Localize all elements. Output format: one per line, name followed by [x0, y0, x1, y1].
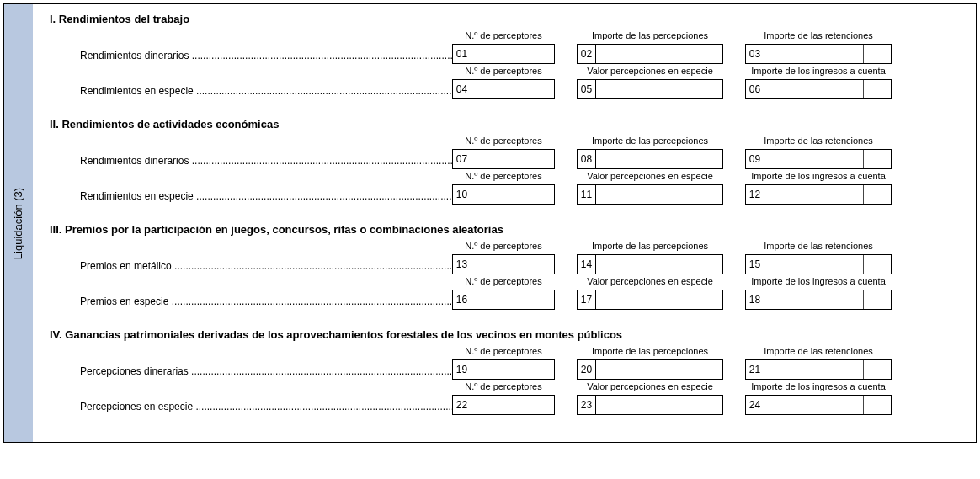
field-box-13[interactable]: 13 — [452, 254, 555, 274]
field-group: N.º de perceptores07 — [452, 136, 555, 169]
field-header: Importe de las retenciones — [764, 136, 873, 147]
field-input[interactable] — [596, 80, 722, 98]
field-header: N.º de perceptores — [465, 276, 541, 288]
field-number: 11 — [578, 185, 596, 204]
field-input[interactable] — [764, 290, 891, 309]
field-input[interactable] — [596, 45, 722, 63]
field-box-23[interactable]: 23 — [577, 395, 723, 415]
field-group: Importe de las retenciones15 — [745, 241, 892, 274]
field-box-14[interactable]: 14 — [577, 254, 723, 274]
row-label: Rendimientos dinerarios ................… — [40, 155, 452, 169]
field-box-22[interactable]: 22 — [452, 395, 555, 415]
field-group: Importe de las percepciones20 — [577, 346, 723, 380]
field-number: 02 — [578, 45, 596, 63]
field-header: Importe de los ingresos a cuenta — [751, 276, 886, 288]
section-title: I. Rendimientos del trabajo — [50, 13, 966, 25]
field-group: Valor percepciones en especie11 — [577, 171, 723, 205]
field-box-20[interactable]: 20 — [577, 359, 723, 380]
field-number: 18 — [746, 290, 764, 309]
field-input[interactable] — [764, 360, 891, 379]
field-box-08[interactable]: 08 — [577, 149, 723, 169]
section-title: III. Premios por la participación en jue… — [50, 223, 966, 236]
field-input[interactable] — [596, 185, 722, 204]
field-number: 22 — [453, 396, 471, 414]
field-input[interactable] — [471, 360, 554, 379]
sidebar-tab: Liquidación (3) — [4, 4, 33, 442]
field-box-02[interactable]: 02 — [577, 44, 723, 64]
field-number: 04 — [453, 80, 471, 98]
field-number: 13 — [453, 255, 471, 274]
field-number: 07 — [453, 150, 471, 168]
field-input[interactable] — [596, 150, 722, 168]
field-input[interactable] — [764, 45, 891, 63]
section: III. Premios por la participación en jue… — [40, 223, 966, 310]
field-input[interactable] — [596, 255, 722, 274]
field-header: Valor percepciones en especie — [587, 66, 713, 77]
field-input[interactable] — [471, 396, 554, 414]
field-number: 10 — [453, 185, 471, 204]
fields: N.º de perceptores19Importe de las perce… — [452, 346, 892, 380]
field-box-18[interactable]: 18 — [745, 290, 892, 310]
field-input[interactable] — [596, 360, 722, 379]
fields: N.º de perceptores13Importe de las perce… — [452, 241, 892, 274]
fields: N.º de perceptores04Valor percepciones e… — [452, 66, 892, 99]
section: IV. Ganancias patrimoniales derivadas de… — [40, 328, 966, 415]
field-group: Importe de los ingresos a cuenta24 — [745, 381, 892, 415]
field-input[interactable] — [764, 150, 891, 168]
field-box-17[interactable]: 17 — [577, 290, 723, 310]
form-row: Premios en especie .....................… — [40, 276, 966, 310]
field-group: Importe de los ingresos a cuenta06 — [745, 66, 892, 99]
field-input[interactable] — [764, 396, 891, 414]
field-number: 14 — [578, 255, 596, 274]
field-box-09[interactable]: 09 — [745, 149, 892, 169]
field-box-24[interactable]: 24 — [745, 395, 892, 415]
field-header: N.º de perceptores — [465, 30, 541, 42]
field-box-07[interactable]: 07 — [452, 149, 555, 169]
field-group: N.º de perceptores22 — [452, 381, 555, 415]
field-input[interactable] — [764, 255, 891, 274]
field-header: Importe de las percepciones — [592, 136, 708, 147]
fields: N.º de perceptores22Valor percepciones e… — [452, 381, 892, 415]
field-input[interactable] — [471, 150, 554, 168]
field-box-10[interactable]: 10 — [452, 184, 555, 205]
field-box-11[interactable]: 11 — [577, 184, 723, 205]
field-header: Importe de las retenciones — [764, 346, 873, 358]
field-header: Importe de los ingresos a cuenta — [751, 66, 886, 77]
row-label: Rendimientos en especie ................… — [40, 85, 452, 99]
field-group: Importe de las percepciones02 — [577, 30, 723, 64]
field-input[interactable] — [471, 185, 554, 204]
field-box-05[interactable]: 05 — [577, 79, 723, 99]
form-row: Percepciones dinerarias ................… — [40, 346, 966, 380]
field-number: 01 — [453, 45, 471, 63]
field-box-21[interactable]: 21 — [745, 359, 892, 380]
field-box-04[interactable]: 04 — [452, 79, 555, 99]
field-number: 09 — [746, 150, 764, 168]
field-group: Importe de las percepciones14 — [577, 241, 723, 274]
field-header: Valor percepciones en especie — [587, 276, 713, 288]
field-box-12[interactable]: 12 — [745, 184, 892, 205]
field-box-15[interactable]: 15 — [745, 254, 892, 274]
field-box-03[interactable]: 03 — [745, 44, 892, 64]
field-box-19[interactable]: 19 — [452, 359, 555, 380]
section-title: IV. Ganancias patrimoniales derivadas de… — [50, 328, 966, 341]
field-input[interactable] — [764, 80, 891, 98]
field-number: 21 — [746, 360, 764, 379]
field-input[interactable] — [471, 255, 554, 274]
field-input[interactable] — [596, 396, 722, 414]
field-box-16[interactable]: 16 — [452, 290, 555, 310]
field-header: Importe de los ingresos a cuenta — [751, 171, 886, 183]
field-input[interactable] — [764, 185, 891, 204]
fields: N.º de perceptores01Importe de las perce… — [452, 30, 892, 64]
field-group: N.º de perceptores04 — [452, 66, 555, 99]
field-input[interactable] — [471, 80, 554, 98]
field-header: Importe de las retenciones — [764, 241, 873, 253]
field-number: 17 — [578, 290, 596, 309]
field-input[interactable] — [471, 290, 554, 309]
field-input[interactable] — [596, 290, 722, 309]
field-group: Importe de los ingresos a cuenta12 — [745, 171, 892, 205]
form-row: Percepciones en especie ................… — [40, 381, 966, 415]
field-header: Importe de las percepciones — [592, 30, 708, 42]
field-box-01[interactable]: 01 — [452, 44, 555, 64]
field-box-06[interactable]: 06 — [745, 79, 892, 99]
field-input[interactable] — [471, 45, 554, 63]
